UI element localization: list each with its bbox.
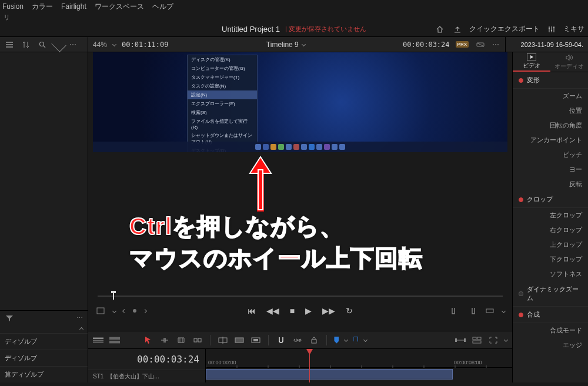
timeline-ruler[interactable]: 00:00:00:00 00:00:08:00 (206, 349, 512, 368)
in-point-icon[interactable] (449, 306, 460, 315)
ctx-item[interactable]: 検索(S) (188, 108, 257, 117)
marker-dropdown-icon[interactable] (363, 338, 368, 342)
ctx-item[interactable]: エクスプローラー(E) (188, 99, 257, 108)
timeline-view-icon[interactable] (93, 335, 103, 345)
prop-crop-left[interactable]: 左クロップ (513, 208, 588, 223)
viewer-more-icon[interactable]: ⋯ (492, 41, 500, 49)
prop-composite-mode[interactable]: 合成モード (513, 323, 588, 338)
trim-tool-icon[interactable] (159, 335, 170, 345)
mixer-icon[interactable] (546, 25, 557, 34)
ctx-item-highlighted[interactable]: 設定(N) (188, 90, 257, 99)
zoom-dropdown-icon[interactable] (112, 42, 116, 46)
section-transform[interactable]: 変形 (513, 72, 588, 89)
insert-clip-icon[interactable] (218, 335, 228, 345)
prop-crop-top[interactable]: 上クロップ (513, 237, 588, 252)
source-timecode[interactable]: 00:01:11:09 (122, 41, 168, 49)
filter-icon[interactable] (4, 314, 15, 323)
lock-icon[interactable] (309, 335, 319, 345)
dynamic-trim-icon[interactable] (176, 335, 186, 345)
keyframe-toggle[interactable] (519, 291, 523, 296)
ctx-item[interactable]: ファイル名を指定して実行(R) (188, 117, 257, 131)
flag-dropdown-icon[interactable] (344, 338, 348, 342)
first-frame-button[interactable]: ⏮ (248, 306, 256, 315)
timeline-clip[interactable] (206, 369, 453, 380)
prop-edge[interactable]: エッジ (513, 338, 588, 353)
jog-bar[interactable] (88, 290, 512, 303)
proxy-badge[interactable]: PRX (456, 41, 469, 48)
tab-video[interactable]: ビデオ (513, 52, 550, 72)
prop-flip[interactable]: 反転 (513, 177, 588, 192)
prop-softness[interactable]: ソフトネス (513, 267, 588, 281)
list-view-icon[interactable] (4, 40, 15, 49)
transport-dropdown-icon[interactable] (112, 308, 116, 313)
loop-button[interactable]: ↻ (346, 306, 353, 315)
jog-thumb[interactable] (113, 293, 114, 300)
home-icon[interactable] (434, 25, 446, 34)
play-button[interactable]: ▶ (305, 306, 312, 315)
chevron-down-icon[interactable] (51, 37, 66, 52)
flag-icon[interactable] (334, 337, 339, 344)
timeline-dropdown-icon[interactable] (302, 42, 306, 46)
prop-zoom[interactable]: ズーム (513, 89, 588, 103)
prop-pitch[interactable]: ピッチ (513, 147, 588, 162)
snap-icon[interactable] (276, 335, 286, 345)
stacked-view-icon[interactable] (109, 335, 120, 345)
keyframe-toggle[interactable] (519, 313, 523, 317)
customize-icon[interactable] (472, 335, 482, 345)
list-item[interactable]: ディゾルブ (0, 333, 88, 350)
ctx-item[interactable]: コンピューターの管理(G) (188, 64, 257, 73)
more-icon[interactable]: ⋯ (69, 41, 78, 49)
sort-icon[interactable] (20, 40, 32, 49)
timeline-timecode[interactable]: 00:00:03:24 (88, 349, 205, 370)
view-dropdown-icon[interactable] (504, 338, 508, 342)
prop-rotation[interactable]: 回転の角度 (513, 118, 588, 133)
zoom-slider-icon[interactable] (455, 335, 466, 345)
menu-workspace[interactable]: ワークスペース (95, 2, 144, 12)
search-icon[interactable] (36, 40, 48, 49)
match-frame-icon[interactable] (95, 306, 106, 315)
menu-color[interactable]: カラー (32, 2, 53, 12)
tab-audio[interactable]: オーディオ (550, 52, 588, 72)
section-crop[interactable]: クロップ (513, 192, 588, 208)
bypass-fx-icon[interactable] (475, 40, 486, 49)
ctx-item[interactable]: タスクマネージャー(T) (188, 73, 257, 82)
list-item[interactable]: ディゾルブ (0, 350, 88, 366)
next-edit-icon[interactable] (143, 308, 147, 313)
section-dynamic-zoom[interactable]: ダイナミックズーム (513, 281, 588, 307)
selection-tool-icon[interactable] (143, 335, 153, 345)
keyframe-toggle[interactable] (519, 197, 523, 202)
fullscreen-icon[interactable] (488, 335, 499, 345)
menu-help[interactable]: ヘルプ (152, 2, 173, 12)
overwrite-clip-icon[interactable] (234, 335, 245, 345)
range-icon[interactable] (485, 306, 495, 315)
out-point-icon[interactable] (467, 306, 477, 315)
playhead[interactable] (309, 349, 310, 382)
upload-icon[interactable] (452, 25, 463, 34)
section-composite[interactable]: 合成 (513, 307, 588, 323)
blade-tool-icon[interactable] (192, 335, 203, 345)
record-timecode[interactable]: 00:00:03:24 (403, 41, 449, 49)
mixer-button[interactable]: ミキサ (563, 24, 584, 34)
stop-button[interactable]: ■ (290, 306, 295, 315)
prop-position[interactable]: 位置 (513, 103, 588, 118)
menu-fusion[interactable]: Fusion (2, 2, 24, 11)
marker-icon[interactable] (353, 337, 358, 344)
panel-more-icon[interactable]: ⋯ (76, 314, 84, 322)
replace-clip-icon[interactable] (250, 335, 261, 345)
prop-crop-right[interactable]: 右クロップ (513, 223, 588, 237)
prev-edit-icon[interactable] (122, 308, 126, 313)
track-id[interactable]: ST1 (93, 373, 103, 380)
next-frame-button[interactable]: ▶▶ (322, 306, 335, 315)
collapse-icon[interactable] (79, 327, 83, 331)
quick-export-button[interactable]: クイックエクスポート (469, 24, 540, 34)
range-dropdown-icon[interactable] (502, 308, 506, 313)
zoom-level[interactable]: 44% (93, 41, 107, 49)
menu-fairlight[interactable]: Fairlight (61, 2, 86, 11)
prev-frame-button[interactable]: ◀◀ (266, 306, 279, 315)
keyframe-toggle[interactable] (519, 78, 523, 83)
link-icon[interactable] (292, 335, 303, 345)
list-item[interactable]: 算ディゾルブ (0, 366, 88, 382)
ctx-item[interactable]: ディスクの管理(K) (188, 55, 257, 64)
prop-crop-bottom[interactable]: 下クロップ (513, 252, 588, 267)
timeline-name[interactable]: Timeline 9 (266, 41, 299, 49)
